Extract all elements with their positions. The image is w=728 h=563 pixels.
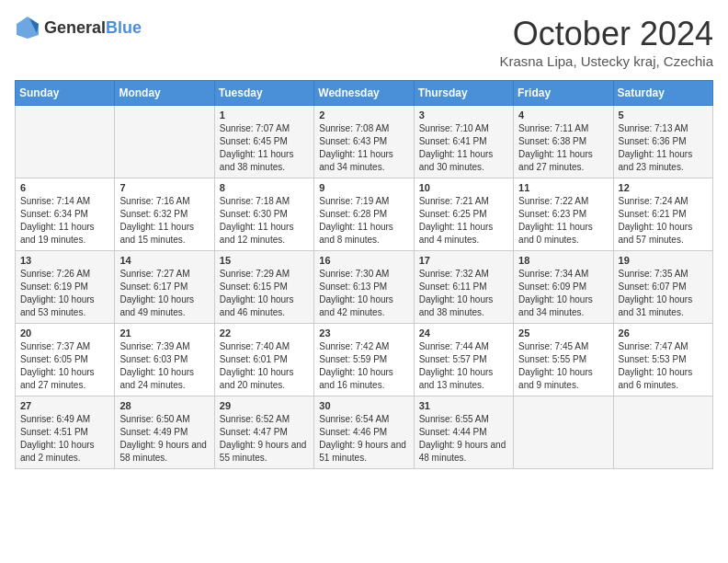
- calendar-cell: 21Sunrise: 7:39 AM Sunset: 6:03 PM Dayli…: [115, 324, 214, 396]
- day-number: 26: [619, 327, 708, 339]
- cell-sun-info: Sunrise: 6:52 AM Sunset: 4:47 PM Dayligh…: [220, 413, 309, 465]
- calendar-cell: 11Sunrise: 7:22 AM Sunset: 6:23 PM Dayli…: [514, 178, 613, 251]
- cell-sun-info: Sunrise: 7:37 AM Sunset: 6:05 PM Dayligh…: [20, 340, 109, 392]
- calendar-cell: [514, 396, 613, 469]
- cell-sun-info: Sunrise: 6:55 AM Sunset: 4:44 PM Dayligh…: [419, 413, 508, 465]
- calendar-week-row: 6Sunrise: 7:14 AM Sunset: 6:34 PM Daylig…: [16, 178, 713, 251]
- day-number: 27: [20, 400, 109, 411]
- day-number: 22: [220, 327, 309, 339]
- calendar-week-row: 20Sunrise: 7:37 AM Sunset: 6:05 PM Dayli…: [16, 324, 713, 396]
- calendar-cell: 30Sunrise: 6:54 AM Sunset: 4:46 PM Dayli…: [314, 396, 414, 469]
- calendar-cell: 9Sunrise: 7:19 AM Sunset: 6:28 PM Daylig…: [314, 178, 414, 251]
- cell-sun-info: Sunrise: 7:08 AM Sunset: 6:43 PM Dayligh…: [319, 122, 408, 174]
- logo-general: General: [44, 18, 106, 37]
- day-number: 31: [419, 400, 508, 411]
- calendar-cell: 31Sunrise: 6:55 AM Sunset: 4:44 PM Dayli…: [414, 396, 513, 469]
- cell-sun-info: Sunrise: 7:35 AM Sunset: 6:07 PM Dayligh…: [619, 268, 708, 319]
- day-number: 30: [319, 400, 408, 411]
- calendar-cell: 6Sunrise: 7:14 AM Sunset: 6:34 PM Daylig…: [16, 178, 115, 251]
- calendar-header-row: SundayMondayTuesdayWednesdayThursdayFrid…: [16, 81, 713, 106]
- day-of-week-header: Saturday: [613, 81, 712, 106]
- cell-sun-info: Sunrise: 7:13 AM Sunset: 6:36 PM Dayligh…: [619, 122, 708, 174]
- page-header: GeneralBlue October 2024 Krasna Lipa, Us…: [15, 15, 713, 69]
- cell-sun-info: Sunrise: 7:26 AM Sunset: 6:19 PM Dayligh…: [20, 268, 109, 319]
- calendar-cell: 20Sunrise: 7:37 AM Sunset: 6:05 PM Dayli…: [16, 324, 115, 396]
- logo-icon: [15, 15, 40, 40]
- day-number: 4: [518, 109, 608, 121]
- day-number: 20: [20, 327, 109, 339]
- calendar-cell: 8Sunrise: 7:18 AM Sunset: 6:30 PM Daylig…: [214, 178, 313, 251]
- day-number: 29: [220, 400, 309, 411]
- day-number: 3: [419, 109, 508, 121]
- day-number: 17: [419, 255, 508, 266]
- day-number: 6: [20, 182, 109, 193]
- calendar-cell: 18Sunrise: 7:34 AM Sunset: 6:09 PM Dayli…: [514, 251, 613, 324]
- day-of-week-header: Sunday: [16, 81, 115, 106]
- cell-sun-info: Sunrise: 7:10 AM Sunset: 6:41 PM Dayligh…: [419, 122, 508, 174]
- calendar-cell: 29Sunrise: 6:52 AM Sunset: 4:47 PM Dayli…: [214, 396, 313, 469]
- calendar-cell: 17Sunrise: 7:32 AM Sunset: 6:11 PM Dayli…: [414, 251, 513, 324]
- calendar-week-row: 13Sunrise: 7:26 AM Sunset: 6:19 PM Dayli…: [16, 251, 713, 324]
- calendar-table: SundayMondayTuesdayWednesdayThursdayFrid…: [15, 80, 713, 469]
- cell-sun-info: Sunrise: 7:14 AM Sunset: 6:34 PM Dayligh…: [20, 195, 109, 247]
- cell-sun-info: Sunrise: 7:22 AM Sunset: 6:23 PM Dayligh…: [518, 195, 608, 247]
- day-number: 11: [518, 182, 608, 193]
- cell-sun-info: Sunrise: 7:19 AM Sunset: 6:28 PM Dayligh…: [319, 195, 408, 247]
- day-number: 9: [319, 182, 408, 193]
- calendar-cell: 16Sunrise: 7:30 AM Sunset: 6:13 PM Dayli…: [314, 251, 414, 324]
- calendar-cell: [115, 106, 214, 178]
- calendar-cell: 27Sunrise: 6:49 AM Sunset: 4:51 PM Dayli…: [16, 396, 115, 469]
- day-number: 19: [619, 255, 708, 266]
- cell-sun-info: Sunrise: 6:49 AM Sunset: 4:51 PM Dayligh…: [20, 413, 109, 465]
- title-block: October 2024 Krasna Lipa, Ustecky kraj, …: [499, 15, 713, 69]
- day-of-week-header: Wednesday: [314, 81, 414, 106]
- cell-sun-info: Sunrise: 7:44 AM Sunset: 5:57 PM Dayligh…: [419, 340, 508, 392]
- day-of-week-header: Friday: [514, 81, 613, 106]
- calendar-cell: 24Sunrise: 7:44 AM Sunset: 5:57 PM Dayli…: [414, 324, 513, 396]
- cell-sun-info: Sunrise: 7:27 AM Sunset: 6:17 PM Dayligh…: [119, 268, 209, 319]
- calendar-cell: 4Sunrise: 7:11 AM Sunset: 6:38 PM Daylig…: [514, 106, 613, 178]
- cell-sun-info: Sunrise: 6:50 AM Sunset: 4:49 PM Dayligh…: [119, 413, 209, 465]
- calendar-cell: 23Sunrise: 7:42 AM Sunset: 5:59 PM Dayli…: [314, 324, 414, 396]
- day-number: 2: [319, 109, 408, 121]
- cell-sun-info: Sunrise: 7:39 AM Sunset: 6:03 PM Dayligh…: [119, 340, 209, 392]
- cell-sun-info: Sunrise: 7:40 AM Sunset: 6:01 PM Dayligh…: [220, 340, 309, 392]
- day-number: 5: [619, 109, 708, 121]
- cell-sun-info: Sunrise: 7:29 AM Sunset: 6:15 PM Dayligh…: [220, 268, 309, 319]
- day-number: 23: [319, 327, 408, 339]
- cell-sun-info: Sunrise: 7:07 AM Sunset: 6:45 PM Dayligh…: [220, 122, 309, 174]
- cell-sun-info: Sunrise: 7:32 AM Sunset: 6:11 PM Dayligh…: [419, 268, 508, 319]
- day-number: 18: [518, 255, 608, 266]
- day-of-week-header: Thursday: [414, 81, 513, 106]
- calendar-cell: 12Sunrise: 7:24 AM Sunset: 6:21 PM Dayli…: [613, 178, 712, 251]
- cell-sun-info: Sunrise: 7:34 AM Sunset: 6:09 PM Dayligh…: [518, 268, 608, 319]
- calendar-week-row: 27Sunrise: 6:49 AM Sunset: 4:51 PM Dayli…: [16, 396, 713, 469]
- cell-sun-info: Sunrise: 7:30 AM Sunset: 6:13 PM Dayligh…: [319, 268, 408, 319]
- cell-sun-info: Sunrise: 7:24 AM Sunset: 6:21 PM Dayligh…: [619, 195, 708, 247]
- logo: GeneralBlue: [15, 15, 142, 40]
- calendar-cell: 13Sunrise: 7:26 AM Sunset: 6:19 PM Dayli…: [16, 251, 115, 324]
- cell-sun-info: Sunrise: 7:16 AM Sunset: 6:32 PM Dayligh…: [119, 195, 209, 247]
- day-number: 1: [220, 109, 309, 121]
- calendar-cell: 25Sunrise: 7:45 AM Sunset: 5:55 PM Dayli…: [514, 324, 613, 396]
- calendar-cell: [16, 106, 115, 178]
- cell-sun-info: Sunrise: 7:18 AM Sunset: 6:30 PM Dayligh…: [220, 195, 309, 247]
- day-number: 16: [319, 255, 408, 266]
- calendar-cell: 19Sunrise: 7:35 AM Sunset: 6:07 PM Dayli…: [613, 251, 712, 324]
- day-number: 13: [20, 255, 109, 266]
- location-subtitle: Krasna Lipa, Ustecky kraj, Czechia: [499, 53, 713, 69]
- day-number: 21: [119, 327, 209, 339]
- calendar-week-row: 1Sunrise: 7:07 AM Sunset: 6:45 PM Daylig…: [16, 106, 713, 178]
- calendar-cell: 28Sunrise: 6:50 AM Sunset: 4:49 PM Dayli…: [115, 396, 214, 469]
- day-of-week-header: Monday: [115, 81, 214, 106]
- day-number: 24: [419, 327, 508, 339]
- cell-sun-info: Sunrise: 7:11 AM Sunset: 6:38 PM Dayligh…: [518, 122, 608, 174]
- day-number: 10: [419, 182, 508, 193]
- day-number: 7: [119, 182, 209, 193]
- cell-sun-info: Sunrise: 7:42 AM Sunset: 5:59 PM Dayligh…: [319, 340, 408, 392]
- calendar-cell: 22Sunrise: 7:40 AM Sunset: 6:01 PM Dayli…: [214, 324, 313, 396]
- logo-blue: Blue: [106, 18, 142, 37]
- cell-sun-info: Sunrise: 7:21 AM Sunset: 6:25 PM Dayligh…: [419, 195, 508, 247]
- calendar-cell: 10Sunrise: 7:21 AM Sunset: 6:25 PM Dayli…: [414, 178, 513, 251]
- cell-sun-info: Sunrise: 6:54 AM Sunset: 4:46 PM Dayligh…: [319, 413, 408, 465]
